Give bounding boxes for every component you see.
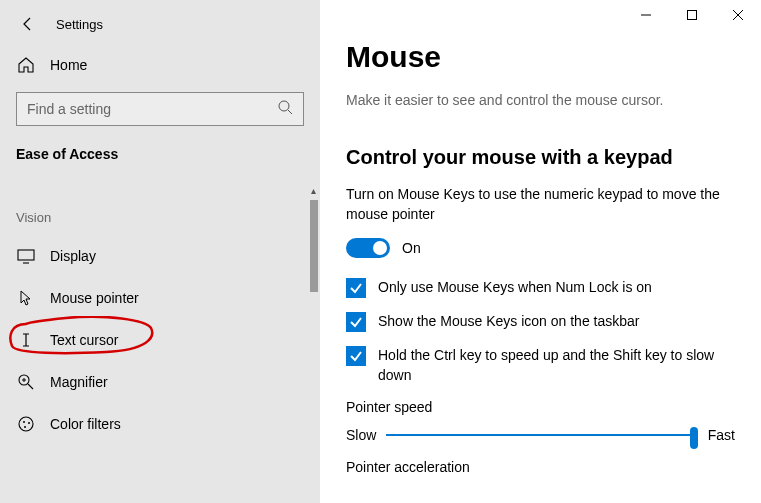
search-icon [277,99,293,119]
svg-point-10 [23,421,25,423]
sidebar-item-display[interactable]: Display [0,235,320,277]
pointer-speed-section: Pointer speed Slow Fast [346,399,735,445]
scroll-up-icon[interactable]: ▴ [308,186,318,196]
sidebar-item-label: Color filters [50,416,121,432]
svg-point-12 [24,426,26,428]
pointer-speed-label: Pointer speed [346,399,735,415]
mouse-keys-toggle-row: On [346,238,735,258]
slow-label: Slow [346,427,376,443]
content-pane: Mouse Make it easier to see and control … [320,0,761,503]
svg-rect-2 [18,250,34,260]
pointer-speed-slider[interactable] [386,425,697,445]
sidebar: Settings Home Ease of Access Vision Disp… [0,0,320,503]
check-label: Show the Mouse Keys icon on the taskbar [378,312,639,332]
svg-point-0 [279,101,289,111]
scroll-thumb[interactable] [310,200,318,292]
svg-line-6 [28,384,33,389]
sidebar-item-color-filters[interactable]: Color filters [0,403,320,445]
check-label: Only use Mouse Keys when Num Lock is on [378,278,652,298]
svg-rect-14 [688,11,697,20]
sidebar-item-label: Text cursor [50,332,118,348]
sidebar-item-label: Mouse pointer [50,290,139,306]
sidebar-subhead: Vision [0,168,320,235]
search-input[interactable] [27,101,277,117]
minimize-button[interactable] [623,0,669,30]
toggle-state-label: On [402,240,421,256]
home-label: Home [50,57,87,73]
slider-thumb[interactable] [690,427,698,449]
close-button[interactable] [715,0,761,30]
maximize-button[interactable] [669,0,715,30]
sidebar-item-label: Magnifier [50,374,108,390]
svg-point-11 [28,422,30,424]
checkbox-taskbar-icon[interactable] [346,312,366,332]
sidebar-item-home[interactable]: Home [0,46,320,84]
svg-point-9 [19,417,33,431]
slider-track [386,434,697,436]
section-description: Turn on Mouse Keys to use the numeric ke… [346,185,735,224]
check-row-ctrl-shift: Hold the Ctrl key to speed up and the Sh… [346,346,735,385]
section-title: Control your mouse with a keypad [346,146,735,169]
sidebar-item-mouse-pointer[interactable]: Mouse pointer [0,277,320,319]
sidebar-scrollbar[interactable]: ▴ ▾ [306,200,320,500]
main-content: Mouse Make it easier to see and control … [320,0,761,475]
home-icon [16,56,36,74]
check-row-taskbar-icon: Show the Mouse Keys icon on the taskbar [346,312,735,332]
window-title: Settings [56,17,103,32]
page-title: Mouse [346,40,735,74]
back-button[interactable] [16,12,40,36]
mouse-keys-toggle[interactable] [346,238,390,258]
page-description: Make it easier to see and control the mo… [346,92,735,108]
checkbox-numlock[interactable] [346,278,366,298]
settings-window: Settings Home Ease of Access Vision Disp… [0,0,761,503]
check-row-numlock: Only use Mouse Keys when Num Lock is on [346,278,735,298]
pointer-speed-slider-row: Slow Fast [346,425,735,445]
check-label: Hold the Ctrl key to speed up and the Sh… [378,346,735,385]
checkbox-ctrl-shift[interactable] [346,346,366,366]
titlebar: Settings [0,0,320,46]
fast-label: Fast [708,427,735,443]
mouse-pointer-icon [16,289,36,307]
pointer-acceleration-label: Pointer acceleration [346,459,735,475]
sidebar-category: Ease of Access [0,126,320,168]
color-filters-icon [16,415,36,433]
sidebar-item-text-cursor[interactable]: Text cursor [0,319,320,361]
svg-line-1 [288,110,292,114]
display-icon [16,247,36,265]
search-box[interactable] [16,92,304,126]
window-controls [623,0,761,30]
sidebar-item-label: Display [50,248,96,264]
magnifier-icon [16,373,36,391]
text-cursor-icon [16,331,36,349]
sidebar-item-magnifier[interactable]: Magnifier [0,361,320,403]
